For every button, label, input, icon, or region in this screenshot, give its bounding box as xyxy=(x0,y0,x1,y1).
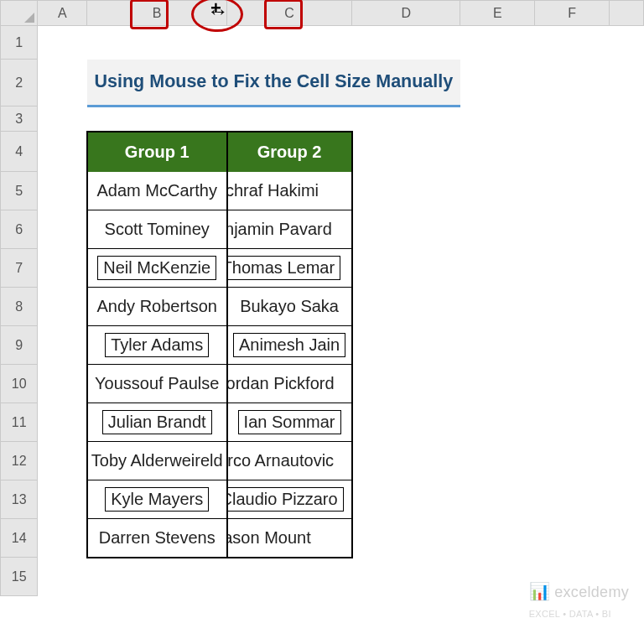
row-header-4[interactable]: 4 xyxy=(1,132,38,172)
col-header-b[interactable]: B xyxy=(87,1,227,26)
cell-b13[interactable]: Kyle Mayers xyxy=(87,480,227,519)
cell-c9[interactable]: Animesh Jain xyxy=(227,326,352,365)
row-header-12[interactable]: 12 xyxy=(1,442,38,480)
header-group2[interactable]: Group 2 xyxy=(227,132,352,172)
cell-c5[interactable]: Achraf Hakimi xyxy=(227,172,352,210)
row-header-3[interactable]: 3 xyxy=(1,106,38,132)
row-header-5[interactable]: 5 xyxy=(1,172,38,210)
cell-b6[interactable]: Scott Tominey xyxy=(87,210,227,249)
col-header-overflow[interactable] xyxy=(610,1,644,26)
title-cell[interactable]: Using Mouse to Fix the Cell Size Manuall… xyxy=(87,60,460,106)
row-header-10[interactable]: 10 xyxy=(1,365,38,403)
cell-c6[interactable]: Benjamin Pavard xyxy=(227,210,352,249)
cell-b14[interactable]: Darren Stevens xyxy=(87,519,227,558)
watermark: 📊 exceldemy EXCEL • DATA • BI xyxy=(529,581,629,619)
cell-c11[interactable]: Ian Sommar xyxy=(227,403,352,442)
row-header-7[interactable]: 7 xyxy=(1,249,38,288)
cell-c8[interactable]: Bukayo Saka xyxy=(227,288,352,326)
col-header-c[interactable]: C xyxy=(227,1,352,26)
row-header-9[interactable]: 9 xyxy=(1,326,38,365)
row-header-1[interactable]: 1 xyxy=(1,26,38,60)
cell-c14[interactable]: Mason Mount xyxy=(227,519,352,558)
col-header-a[interactable]: A xyxy=(38,1,87,26)
cell-c7[interactable]: Thomas Lemar xyxy=(227,249,352,288)
cell-b5[interactable]: Adam McCarthy xyxy=(87,172,227,210)
col-header-f[interactable]: F xyxy=(535,1,610,26)
cell-b10[interactable]: Youssouf Paulse xyxy=(87,365,227,403)
row-header-13[interactable]: 13 xyxy=(1,480,38,519)
cell-c10[interactable]: Jordan Pickford xyxy=(227,365,352,403)
cell-b9[interactable]: Tyler Adams xyxy=(87,326,227,365)
row-header-11[interactable]: 11 xyxy=(1,403,38,442)
row-header-14[interactable]: 14 xyxy=(1,519,38,558)
select-all-corner[interactable] xyxy=(1,1,38,26)
row-header-6[interactable]: 6 xyxy=(1,210,38,249)
col-header-e[interactable]: E xyxy=(460,1,535,26)
cell-b7[interactable]: Neil McKenzie xyxy=(87,249,227,288)
row-header-15[interactable]: 15 xyxy=(1,558,38,596)
cell-c12[interactable]: Marco Arnautovic xyxy=(227,442,352,480)
row-header-8[interactable]: 8 xyxy=(1,288,38,326)
cell-b11[interactable]: Julian Brandt xyxy=(87,403,227,442)
spreadsheet-grid: A B C D E F 1 2 Using Mouse to Fix the C… xyxy=(0,0,644,596)
cell-c13[interactable]: Claudio Pizzaro xyxy=(227,480,352,519)
row-header-2[interactable]: 2 xyxy=(1,60,38,106)
cell-b8[interactable]: Andy Robertson xyxy=(87,288,227,326)
cell-b12[interactable]: Toby Alderweireld xyxy=(87,442,227,480)
header-group1[interactable]: Group 1 xyxy=(87,132,227,172)
col-header-d[interactable]: D xyxy=(352,1,460,26)
